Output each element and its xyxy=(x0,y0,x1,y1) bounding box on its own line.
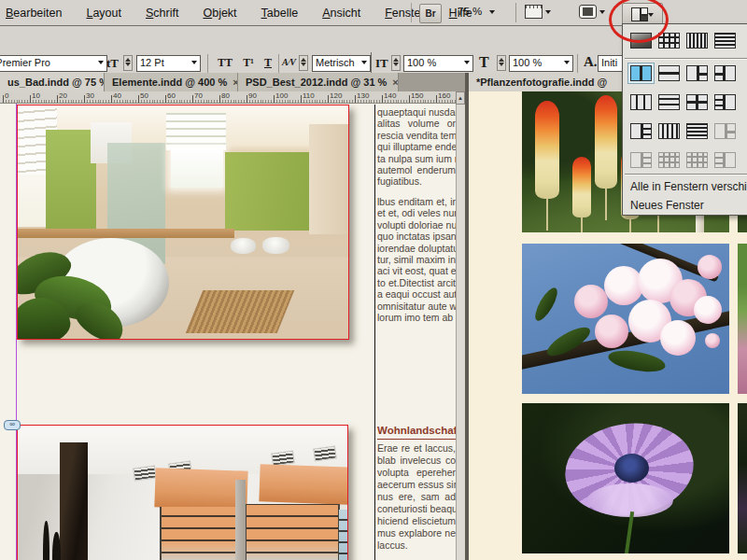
photo-detail xyxy=(18,229,234,238)
text-line: mus explabore ne xyxy=(377,527,456,539)
superscript-button[interactable]: T¹ xyxy=(240,55,257,71)
screen-mode-button[interactable] xyxy=(579,5,605,19)
tab-psd-best-2012[interactable]: PSD_Best_2012.indd @ 31 %× xyxy=(238,73,399,91)
arrange-3up-right-big[interactable] xyxy=(714,65,736,81)
tab-label: PSD_Best_2012.indd @ 31 % xyxy=(246,77,387,88)
photo-detail xyxy=(660,320,696,356)
tab-pflanzenfotografie[interactable]: *Pflanzenfotografie.indd @ xyxy=(469,73,627,91)
photo-detail xyxy=(245,504,340,560)
photo-detail xyxy=(698,255,722,279)
photo-detail xyxy=(171,148,223,188)
text-line: blab invelecus co xyxy=(377,455,456,467)
arrange-2up-vertical[interactable] xyxy=(630,65,652,81)
text-line: et et, odi veles nur xyxy=(377,207,456,218)
photo-detail xyxy=(235,480,246,560)
text-line: to et.Ditectist arcit xyxy=(377,277,456,288)
arrange-3up-vertical[interactable] xyxy=(630,94,652,110)
text-line: autemol enderum xyxy=(377,164,456,175)
kerning-stepper[interactable] xyxy=(299,55,308,71)
text-line: alitas volume or xyxy=(377,118,456,129)
photo-detail xyxy=(309,124,349,234)
window-divider[interactable] xyxy=(465,73,469,560)
article-heading[interactable]: Wohnlandschaft xyxy=(377,425,456,440)
horizontal-ruler: 0102030405060708090100110120130140150160 xyxy=(0,91,456,104)
menu-item[interactable]: Schrift xyxy=(146,7,178,20)
underline-button[interactable]: T xyxy=(261,55,275,71)
menu-item-new-window[interactable]: Neues Fenster xyxy=(630,197,747,214)
ruler-number: 30 xyxy=(84,91,94,100)
ruler-number: 140 xyxy=(382,91,396,100)
font-size-stepper[interactable] xyxy=(123,55,133,71)
arrange-tile-all-grid[interactable] xyxy=(658,33,680,49)
text-line: omnisitatur aute w xyxy=(377,301,456,312)
arrange-disabled-1[interactable] xyxy=(714,123,736,139)
scrollbar-up-button[interactable]: ▲ xyxy=(456,91,465,105)
bathroom-photo[interactable] xyxy=(17,105,349,340)
ruler-number: 40 xyxy=(111,91,121,100)
font-family-combo[interactable]: nd Premier Pro xyxy=(0,55,107,72)
arrange-3up-left-big[interactable] xyxy=(686,65,708,81)
photo-detail xyxy=(166,113,226,150)
vertical-scrollbar[interactable] xyxy=(456,105,465,560)
arrange-4up-horizontal[interactable] xyxy=(686,123,708,139)
tab-haus-bad[interactable]: us_Bad.indd @ 75 %× xyxy=(0,73,105,91)
photo-detail xyxy=(231,238,256,254)
horizontal-scale-combo[interactable]: 100 % xyxy=(509,55,573,72)
text-line: qui illuptame ende xyxy=(377,141,456,152)
arrange-tile-all-vertical[interactable] xyxy=(686,33,708,49)
text-line: coneturiosti beaqu xyxy=(377,503,456,515)
arrange-disabled-5[interactable] xyxy=(714,152,736,168)
photo-detail xyxy=(186,290,295,333)
all-caps-button[interactable]: TT xyxy=(215,55,235,71)
bridge-button[interactable]: Br xyxy=(419,4,442,23)
apple-blossom-photo[interactable] xyxy=(522,244,729,394)
arrange-3up-horizontal[interactable] xyxy=(658,94,680,110)
arrange-4up-left-big[interactable] xyxy=(630,123,652,139)
menu-item[interactable]: Ansicht xyxy=(322,7,360,20)
text-line: quo inctatas ipsant xyxy=(377,231,456,242)
ruler-number: 130 xyxy=(355,91,369,100)
text-line: Erae re et laccus, xyxy=(377,442,456,455)
photo-detail xyxy=(595,315,628,348)
arrange-documents-menu: Alle in Fenstern verschiebbarNeues Fenst… xyxy=(622,23,747,216)
tab-elemente[interactable]: Elemente.indd @ 400 %× xyxy=(105,73,238,91)
kerning-combo[interactable]: Metrisch xyxy=(312,55,371,72)
menu-item-float-all[interactable]: Alle in Fenstern verschiebbar xyxy=(630,178,747,195)
arrange-tile-all-horizontal[interactable] xyxy=(714,33,736,49)
photo-detail xyxy=(595,95,617,189)
living-room-photo[interactable] xyxy=(17,425,348,560)
arrange-disabled-2[interactable] xyxy=(630,152,652,168)
ruler-number: 100 xyxy=(274,91,288,100)
arrange-4up-grid[interactable] xyxy=(686,94,708,110)
horizontal-scale-stepper[interactable] xyxy=(497,55,506,71)
text-column-2[interactable]: Erae re et laccus,blab invelecus covolup… xyxy=(377,442,456,552)
text-line: lorum imo tem ab i xyxy=(377,312,456,323)
menu-item[interactable]: Bearbeiten xyxy=(6,7,62,20)
photo-detail xyxy=(60,442,88,560)
menu-item[interactable]: Objekt xyxy=(203,7,236,20)
margin-guide xyxy=(16,103,17,560)
tab-label: Elemente.indd @ 400 % xyxy=(112,77,227,88)
menu-item[interactable]: Layout xyxy=(86,7,121,20)
text-column-1-paragraph-2[interactable]: lbus enditam et, iret et, odi veles nurv… xyxy=(377,196,456,323)
photo-detail xyxy=(614,454,649,483)
view-options-button[interactable] xyxy=(525,5,551,19)
arrange-5up-vertical[interactable] xyxy=(658,123,680,139)
vertical-scale-combo[interactable]: 100 % xyxy=(403,55,473,72)
arrange-2up-horizontal[interactable] xyxy=(658,65,680,81)
menu-list: BearbeitenLayoutSchriftObjektTabelleAnsi… xyxy=(6,0,472,25)
link-badge-icon: ∞ xyxy=(4,420,21,430)
arrange-disabled-4[interactable] xyxy=(686,152,708,168)
zoom-level-dropdown[interactable]: 75 % xyxy=(458,6,495,17)
font-size-icon: tT xyxy=(106,56,119,71)
arrange-disabled-3[interactable] xyxy=(658,152,680,168)
arrange-4up-right-big[interactable] xyxy=(714,94,736,110)
font-size-combo[interactable]: 12 Pt xyxy=(136,55,201,72)
tab-close-icon[interactable]: × xyxy=(392,77,398,88)
ruler-number: 80 xyxy=(219,91,230,100)
vertical-scale-icon: IT xyxy=(375,56,388,71)
purple-daisy-photo[interactable] xyxy=(522,403,729,553)
vertical-scale-stepper[interactable] xyxy=(391,55,401,71)
text-column-1-paragraph-1[interactable]: quaeptaqui nusdaealitas volume orrescia … xyxy=(377,106,456,188)
menu-item[interactable]: Tabelle xyxy=(261,7,299,20)
